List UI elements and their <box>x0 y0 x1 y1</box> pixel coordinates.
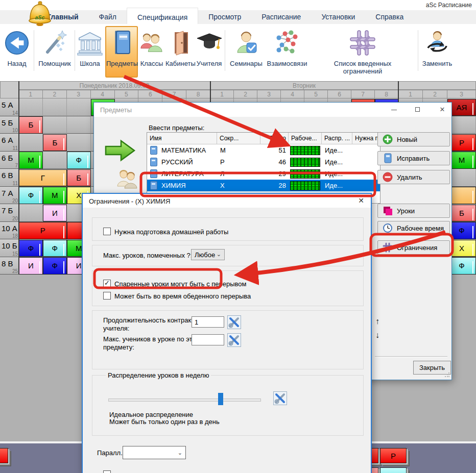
move-down-button[interactable]: ↓ <box>375 331 379 340</box>
timetable-lesson-cell[interactable]: Ф <box>43 257 67 275</box>
timetable-lesson-cell[interactable]: Б <box>19 116 43 134</box>
unplaced-lesson-card[interactable] <box>0 448 8 463</box>
worktime-grid-icon <box>290 158 320 167</box>
timetable-row-label[interactable]: 8 В25 <box>0 257 19 275</box>
max-students-tools-button[interactable] <box>227 333 241 347</box>
subject-row[interactable]: ХИМИЯХ28Иде... <box>147 180 380 191</box>
class-name: 7 Б <box>2 206 13 215</box>
distribution-slider-track[interactable] <box>108 399 261 402</box>
timetable-row-label[interactable]: 7 А20 <box>0 187 19 205</box>
constraints-button[interactable]: Ограничения <box>377 240 450 255</box>
timetable-lesson-cell[interactable]: Р <box>19 222 67 239</box>
col-header-homework[interactable]: Нужна подг <box>352 133 380 144</box>
col-header-total[interactable]: Всего <box>260 133 289 144</box>
maximize-icon[interactable] <box>414 106 422 114</box>
timetable-lesson-cell[interactable]: Б <box>43 134 67 152</box>
classes-button[interactable]: Классы <box>138 27 165 78</box>
timetable-lesson-cell[interactable]: Ф <box>19 187 43 204</box>
double-lessons-checkbox[interactable] <box>103 280 111 287</box>
timetable-empty-cell[interactable] <box>67 134 91 152</box>
contract-input[interactable]: 1 <box>192 316 224 328</box>
subject-row[interactable]: МАТЕМАТИКАМ51Иде... <box>147 144 380 156</box>
timetable-empty-cell[interactable] <box>43 98 67 116</box>
close-icon[interactable]: ✕ <box>438 106 446 114</box>
max-marked-select[interactable]: Любое ⌄ <box>191 249 225 260</box>
timetable-row-label[interactable]: 10 А18 <box>0 222 19 240</box>
timetable-lesson-cell[interactable]: Ф <box>43 240 67 257</box>
subject-row[interactable]: ЛИТЕРАТУРАЛ29Иде... <box>147 168 380 180</box>
timetable-empty-cell[interactable] <box>19 134 43 152</box>
subject-abbr-cell: М <box>217 144 260 156</box>
seminars-button[interactable]: Семинары <box>227 27 266 78</box>
relationships-button[interactable]: Взаимосвязи <box>266 27 308 78</box>
menu-tab-timetable[interactable]: Расписание <box>251 10 311 24</box>
timetable-period-header: 2 <box>234 90 257 98</box>
class-lesson-count: 10 <box>12 128 18 133</box>
class-lesson-count: 7 <box>15 163 18 168</box>
contract-tools-button[interactable] <box>227 315 241 329</box>
timetable-row-label[interactable]: 6 В11 <box>0 169 19 187</box>
timetable-row-label[interactable]: 6 Б7 <box>0 152 19 169</box>
timetable-empty-cell[interactable] <box>19 204 43 222</box>
max-students-input[interactable] <box>192 334 224 345</box>
timetable-row-label[interactable]: 10 Б15 <box>0 239 19 257</box>
bottom-partial-checkbox[interactable] <box>103 470 111 473</box>
timetable-empty-cell[interactable] <box>43 152 67 169</box>
delete-subject-button[interactable]: Удалить <box>377 170 450 184</box>
col-header-name[interactable]: Имя <box>147 133 217 144</box>
timetable-row-label[interactable]: 6 А11 <box>0 134 19 152</box>
timetable-period-header: 1 <box>19 90 43 98</box>
teachers-button[interactable]: Учителя <box>195 27 224 78</box>
unplaced-lesson-card[interactable] <box>380 467 407 473</box>
timetable-empty-cell[interactable] <box>67 98 91 116</box>
timetable-row-label[interactable]: 5 А14 <box>0 98 19 116</box>
lunch-checkbox[interactable] <box>103 292 111 300</box>
replace-button[interactable]: Заменить <box>420 27 455 78</box>
timetable-lesson-cell[interactable]: Ф <box>19 240 43 257</box>
class-name: 6 Б <box>2 154 13 162</box>
move-up-button[interactable]: ↑ <box>375 317 379 326</box>
unplaced-lesson-card[interactable]: Р <box>380 448 407 463</box>
distribution-slider-thumb[interactable] <box>218 393 223 405</box>
resize-grip[interactable] <box>444 372 449 378</box>
timetable-empty-cell[interactable] <box>67 116 91 134</box>
timetable-empty-cell[interactable] <box>19 98 43 116</box>
menu-tab-view[interactable]: Просмотр <box>198 10 251 24</box>
wizard-button[interactable]: Помощник <box>37 27 73 78</box>
subjects-dialog-titlebar[interactable]: Предметы ✕ <box>94 103 451 117</box>
distribution-tools-button[interactable] <box>273 391 287 405</box>
menu-tab-file[interactable]: Файл <box>89 10 127 24</box>
back-button[interactable]: Назад <box>2 27 32 78</box>
menu-tab-settings[interactable]: Установки <box>311 10 365 24</box>
col-header-abbr[interactable]: Сокр... <box>217 133 260 144</box>
timetable-lesson-cell[interactable]: Б <box>67 169 91 187</box>
school-button[interactable]: Школа <box>76 27 104 78</box>
homework-checkbox[interactable] <box>103 228 111 235</box>
students-group-icon <box>113 167 140 195</box>
edit-subject-button[interactable]: Исправить <box>377 151 450 165</box>
subject-row[interactable]: РУССКИЙР46Иде... <box>147 156 380 168</box>
close-icon[interactable]: ✕ <box>356 196 366 206</box>
timetable-row-label[interactable]: 5 Б10 <box>0 116 19 134</box>
lessons-button[interactable]: Уроки <box>377 204 450 218</box>
timetable-lesson-cell[interactable]: И <box>43 205 67 222</box>
new-subject-button[interactable]: Новый <box>377 132 450 146</box>
timetable-lesson-cell[interactable]: Г <box>19 169 67 187</box>
col-header-worktime[interactable]: Рабоче... <box>289 133 322 144</box>
subjects-button[interactable]: Предметы <box>105 26 138 78</box>
worktime-button[interactable]: Рабочее время <box>377 221 450 235</box>
col-header-distribution[interactable]: Распр. ... <box>322 133 352 144</box>
menu-tab-specification[interactable]: Спецификация <box>127 8 198 24</box>
constraints-list-button[interactable]: Список введенных ограничений <box>308 27 417 78</box>
rooms-button[interactable]: Кабинеты <box>165 27 195 78</box>
minimize-icon[interactable] <box>390 106 398 114</box>
menu-tab-help[interactable]: Справка <box>365 10 414 24</box>
timetable-empty-cell[interactable] <box>43 116 67 134</box>
parallel-select[interactable]: ⌄ <box>123 446 186 459</box>
timetable-lesson-cell[interactable]: М <box>19 152 43 169</box>
constraints-dialog-titlebar[interactable]: Ограничения - (X) ХИМИЯ ✕ <box>83 194 371 208</box>
timetable-row-label[interactable]: 7 Б20 <box>0 204 19 222</box>
timetable-lesson-cell[interactable]: И <box>19 257 43 275</box>
timetable-lesson-cell[interactable]: М <box>43 187 67 204</box>
timetable-lesson-cell[interactable]: Ф <box>67 152 91 169</box>
